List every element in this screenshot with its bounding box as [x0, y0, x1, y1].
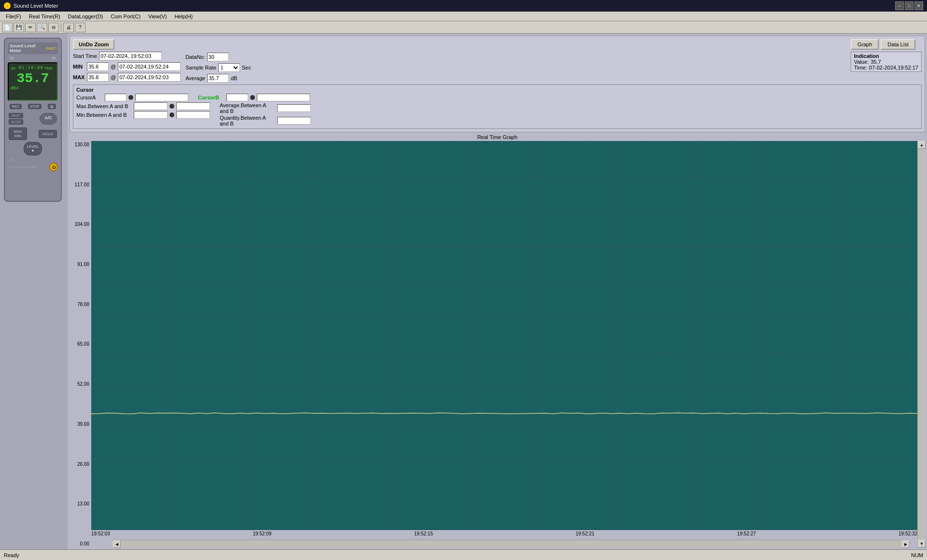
x-label-4: 19:52:27 — [737, 531, 756, 539]
start-time-input[interactable] — [99, 52, 162, 60]
v-scroll-up-btn[interactable]: ▲ — [918, 141, 926, 149]
y-label-52: 52.00 — [70, 381, 89, 387]
min-time-input[interactable] — [118, 62, 181, 71]
graph-canvas[interactable] — [91, 141, 917, 530]
sample-rate-label: Sample Rate — [185, 65, 216, 70]
slm-hold-btn[interactable]: HOLD — [39, 130, 57, 138]
slm-max-min-btn[interactable]: MAXMIN — [9, 127, 27, 140]
menu-realtime[interactable]: Real Time(R) — [25, 13, 64, 20]
toolbar-print[interactable]: 🖨 — [63, 23, 74, 32]
close-button[interactable]: ✕ — [914, 1, 923, 10]
qty-between-label: Quantity.Between A and B — [220, 115, 275, 126]
avg-input[interactable] — [207, 74, 229, 83]
data-list-button[interactable]: Data List — [881, 39, 915, 50]
sample-rate-group: Sample Rate 1 2 5 Sec — [185, 63, 251, 72]
slm-pwr-small[interactable]: ⏻ — [48, 104, 56, 109]
toolbar-zoom[interactable]: 🔍 — [37, 23, 47, 32]
undo-zoom-button[interactable]: UnDo Zoom — [73, 39, 114, 50]
slm-iec-label: IEC 61672-1 CLASS2 — [9, 166, 37, 168]
min-between-time[interactable] — [176, 111, 210, 119]
indication-box: Indication Value: 35.7 Time: 07-02-2024,… — [851, 52, 922, 72]
graph-svg — [91, 141, 917, 530]
avg-label: Average — [185, 75, 205, 81]
y-label-130: 130.00 — [70, 142, 89, 147]
time-label: Time: — [854, 65, 867, 70]
data-no-input[interactable] — [207, 53, 229, 61]
h-scroll-right-btn[interactable]: ▶ — [902, 540, 910, 548]
slm-level-btn[interactable]: LEVEL▼ — [24, 142, 42, 155]
graph-button[interactable]: Graph — [851, 39, 879, 50]
y-label-0: 0.00 — [70, 541, 89, 546]
menu-view[interactable]: View(V) — [144, 13, 170, 20]
min-row: MIN @ — [73, 62, 181, 71]
cursor-a-time[interactable] — [135, 94, 188, 101]
indication-value-row: Value: 35.7 — [854, 59, 918, 65]
slm-panel: Sound Level Meter FAST 30 80 39 01:18:00… — [0, 34, 68, 549]
max-between-row: Max.Between A and B — [76, 102, 210, 110]
cursor-b-value[interactable] — [226, 94, 248, 101]
slm-power-button[interactable]: ⏻ — [49, 163, 58, 171]
max-time-input[interactable] — [118, 73, 181, 82]
cursor-a-value[interactable] — [105, 94, 126, 101]
cursor-a-row: CursorA — [76, 94, 188, 101]
slm-fast-label: FAST — [46, 46, 56, 51]
title-bar-controls: ─ □ ✕ — [895, 1, 923, 10]
indication-title: Indication — [854, 53, 918, 59]
menu-comport[interactable]: Com Port(C) — [107, 13, 144, 20]
min-between-label: Min.Between A and B — [76, 112, 132, 118]
toolbar-zoomout[interactable]: ⊖ — [48, 23, 59, 32]
y-label-117: 117.00 — [70, 182, 89, 187]
minimize-button[interactable]: ─ — [895, 1, 904, 10]
slm-time-label: TIME — [44, 67, 53, 70]
cursor-b-label: CursorB — [198, 95, 225, 100]
slm-setup-btn[interactable]: STUP — [28, 104, 42, 109]
start-time-group: Start Time — [73, 52, 181, 60]
toolbar-help[interactable]: ? — [75, 23, 85, 32]
h-scroll-left-btn[interactable]: ◀ — [113, 540, 121, 548]
cursor-a-label: CursorA — [76, 95, 103, 100]
toolbar: 📄 💾 ✏ 🔍 ⊖ 🖨 ? — [0, 21, 927, 34]
slm-rec-btn[interactable]: REC — [10, 104, 22, 109]
control-row1: UnDo Zoom Start Time MIN @ MAX — [73, 39, 922, 83]
slm-timer-row: 39 01:18:00 TIME — [11, 65, 55, 71]
min-value-input[interactable] — [87, 62, 109, 71]
slm-fast-btn[interactable]: FAST — [9, 113, 23, 118]
menu-help[interactable]: Help(H) — [170, 13, 197, 20]
avg-between-row: Average.Between A and B — [220, 102, 311, 114]
slm-title: Sound Level Meter — [10, 43, 46, 53]
slm-slow-btn[interactable]: SLOW — [9, 119, 23, 125]
x-label-3: 19:52:21 — [576, 531, 594, 539]
menu-datalogger[interactable]: DataLogger(D) — [64, 13, 107, 20]
v-scroll-track[interactable] — [918, 149, 925, 540]
max-between-input[interactable] — [134, 102, 168, 110]
x-axis: 19:52:03 19:52:09 19:52:15 19:52:21 19:5… — [91, 530, 917, 540]
min-between-input[interactable] — [134, 111, 168, 119]
h-scrollbar: ◀ ▶ — [113, 540, 910, 547]
max-value-input[interactable] — [87, 73, 109, 82]
cursor-b-time[interactable] — [257, 94, 310, 101]
qty-between-input[interactable] — [277, 117, 311, 125]
slm-scale-low: 30 — [10, 56, 14, 60]
slm-scale-row: 30 80 — [8, 56, 58, 60]
y-label-78: 78.00 — [70, 302, 89, 307]
toolbar-save[interactable]: 💾 — [14, 23, 24, 32]
avg-between-input[interactable] — [277, 104, 311, 112]
slm-fast-slow: FAST SLOW — [9, 113, 23, 125]
main-content: Sound Level Meter FAST 30 80 39 01:18:00… — [0, 34, 927, 549]
x-label-2: 19:52:15 — [414, 531, 433, 539]
avg-between-label: Average.Between A and B — [220, 102, 275, 114]
y-label-104: 104.00 — [70, 222, 89, 227]
max-between-time[interactable] — [176, 102, 210, 110]
sample-rate-select[interactable]: 1 2 5 — [218, 63, 240, 72]
slm-ac-btn[interactable]: A/C — [40, 113, 57, 125]
h-scroll-track[interactable] — [121, 540, 902, 547]
menu-file[interactable]: File(F) — [2, 13, 25, 20]
toolbar-edit[interactable]: ✏ — [25, 23, 36, 32]
y-axis: 130.00 117.00 104.00 91.00 78.00 65.00 5… — [70, 141, 91, 547]
toolbar-new[interactable]: 📄 — [2, 23, 13, 32]
cursor-b-dot — [250, 95, 255, 100]
v-scroll-down-btn[interactable]: ▼ — [918, 540, 926, 547]
maximize-button[interactable]: □ — [905, 1, 913, 10]
data-no-label: DataNo: — [185, 54, 205, 60]
slm-max-min-hold-row: MAXMIN HOLD — [9, 127, 57, 140]
